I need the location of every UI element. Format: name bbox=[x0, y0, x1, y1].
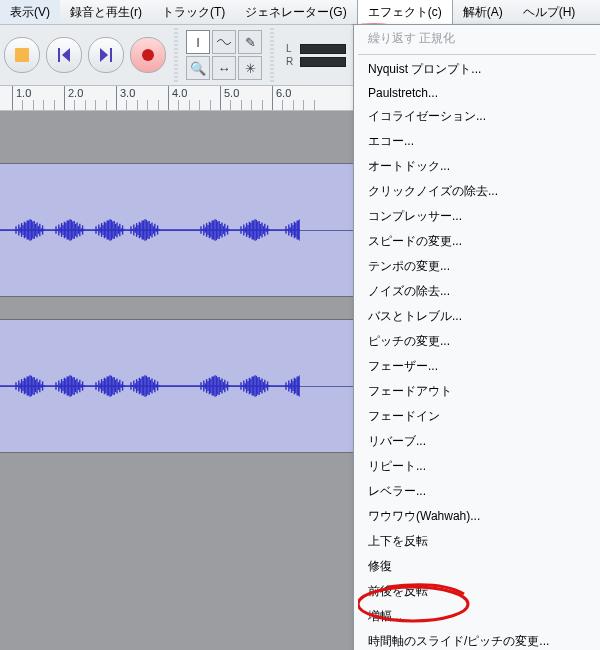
waveform-icon bbox=[0, 320, 300, 470]
timeshift-tool[interactable]: ↔ bbox=[212, 56, 236, 80]
svg-marker-3 bbox=[100, 48, 108, 62]
menu-generate[interactable]: ジェネレーター(G) bbox=[235, 0, 356, 24]
menu-item-label: バスとトレブル... bbox=[368, 309, 462, 323]
ruler-minor-tick bbox=[210, 100, 211, 110]
menu-item-label: オートドック... bbox=[368, 159, 450, 173]
svg-rect-0 bbox=[15, 48, 29, 62]
ruler-label: 2.0 bbox=[68, 87, 83, 99]
envelope-tool[interactable] bbox=[212, 30, 236, 54]
effect-menu-item[interactable]: フェードアウト bbox=[354, 379, 600, 404]
effect-menu-item[interactable]: ワウワウ(Wahwah)... bbox=[354, 504, 600, 529]
effect-menu-item[interactable]: ノイズの除去... bbox=[354, 279, 600, 304]
effect-menu-item[interactable]: 上下を反転 bbox=[354, 529, 600, 554]
menu-item-label: クリックノイズの除去... bbox=[368, 184, 498, 198]
ruler-minor-tick bbox=[126, 100, 127, 110]
ruler-minor-tick bbox=[178, 100, 179, 110]
menu-help[interactable]: ヘルプ(H) bbox=[513, 0, 586, 24]
menu-label: ジェネレーター(G) bbox=[245, 4, 346, 21]
skip-end-button[interactable] bbox=[88, 37, 124, 73]
menu-analyze[interactable]: 解析(A) bbox=[453, 0, 513, 24]
ruler-major-tick: 5.0 bbox=[220, 86, 221, 110]
ruler-minor-tick bbox=[74, 100, 75, 110]
menu-item-label: ワウワウ(Wahwah)... bbox=[368, 509, 480, 523]
stop-button[interactable] bbox=[4, 37, 40, 73]
effect-menu-item[interactable]: オートドック... bbox=[354, 154, 600, 179]
menu-item-label: フェードアウト bbox=[368, 384, 452, 398]
effect-menu-item[interactable]: 前後を反転 bbox=[354, 579, 600, 604]
ruler-minor-tick bbox=[199, 100, 200, 110]
ruler-major-tick: 4.0 bbox=[168, 86, 169, 110]
effect-menu-item[interactable]: フェーザー... bbox=[354, 354, 600, 379]
effect-menu-item[interactable]: クリックノイズの除去... bbox=[354, 179, 600, 204]
effect-menu-item[interactable]: テンポの変更... bbox=[354, 254, 600, 279]
ruler-label: 1.0 bbox=[16, 87, 31, 99]
effect-menu-item[interactable]: 増幅... bbox=[354, 604, 600, 629]
menu-item-label: リピート... bbox=[368, 459, 426, 473]
meter-r-label: R bbox=[286, 56, 296, 67]
zoom-tool[interactable]: 🔍 bbox=[186, 56, 210, 80]
menu-item-label: リバーブ... bbox=[368, 434, 426, 448]
menu-effect[interactable]: エフェクト(c) bbox=[357, 0, 453, 24]
ruler-label: 6.0 bbox=[276, 87, 291, 99]
menu-item-label: フェードイン bbox=[368, 409, 440, 423]
menu-item-label: ピッチの変更... bbox=[368, 334, 450, 348]
ruler-label: 4.0 bbox=[172, 87, 187, 99]
menubar: 表示(V) 録音と再生(r) トラック(T) ジェネレーター(G) エフェクト(… bbox=[0, 0, 600, 25]
tools-grid: I ✎ 🔍 ↔ ✳ bbox=[186, 30, 262, 80]
menu-item-label: Nyquist プロンプト... bbox=[368, 62, 481, 76]
ruler-minor-tick bbox=[137, 100, 138, 110]
effect-menu-item[interactable]: レベラー... bbox=[354, 479, 600, 504]
effect-menu-item[interactable]: リバーブ... bbox=[354, 429, 600, 454]
ruler-minor-tick bbox=[33, 100, 34, 110]
effect-menu-item[interactable]: Paulstretch... bbox=[354, 82, 600, 104]
meter-l-bar bbox=[300, 44, 346, 54]
meter-l-label: L bbox=[286, 43, 296, 54]
menu-item-label: レベラー... bbox=[368, 484, 426, 498]
ruler-minor-tick bbox=[106, 100, 107, 110]
ruler-minor-tick bbox=[293, 100, 294, 110]
effect-repeat-last-disabled: 繰り返す 正規化 bbox=[354, 25, 600, 52]
ruler-major-tick: 2.0 bbox=[64, 86, 65, 110]
effect-menu-item[interactable]: エコー... bbox=[354, 129, 600, 154]
output-meter: L R bbox=[282, 43, 346, 67]
effect-menu-item[interactable]: イコライゼーション... bbox=[354, 104, 600, 129]
record-button[interactable] bbox=[130, 37, 166, 73]
skip-start-button[interactable] bbox=[46, 37, 82, 73]
ruler-minor-tick bbox=[262, 100, 263, 110]
menu-item-label: イコライゼーション... bbox=[368, 109, 486, 123]
ruler-minor-tick bbox=[251, 100, 252, 110]
ruler-minor-tick bbox=[158, 100, 159, 110]
effect-menu-item[interactable]: フェードイン bbox=[354, 404, 600, 429]
effect-menu-item[interactable]: リピート... bbox=[354, 454, 600, 479]
ruler-minor-tick bbox=[22, 100, 23, 110]
menu-item-label: テンポの変更... bbox=[368, 259, 450, 273]
menu-tracks[interactable]: トラック(T) bbox=[152, 0, 235, 24]
effect-menu-item[interactable]: 修復 bbox=[354, 554, 600, 579]
menu-label: 解析(A) bbox=[463, 4, 503, 21]
ruler-minor-tick bbox=[147, 100, 148, 110]
menu-item-label: Paulstretch... bbox=[368, 86, 438, 100]
ruler-major-tick: 3.0 bbox=[116, 86, 117, 110]
effect-menu-dropdown: 繰り返す 正規化 Nyquist プロンプト...Paulstretch...イ… bbox=[353, 24, 600, 650]
ruler-minor-tick bbox=[241, 100, 242, 110]
ruler-minor-tick bbox=[189, 100, 190, 110]
effect-menu-item[interactable]: 時間軸のスライド/ピッチの変更... bbox=[354, 629, 600, 650]
ruler-minor-tick bbox=[95, 100, 96, 110]
ruler-minor-tick bbox=[54, 100, 55, 110]
effect-menu-item[interactable]: スピードの変更... bbox=[354, 229, 600, 254]
menu-view[interactable]: 表示(V) bbox=[0, 0, 60, 24]
effect-menu-item[interactable]: バスとトレブル... bbox=[354, 304, 600, 329]
multi-tool[interactable]: ✳ bbox=[238, 56, 262, 80]
menu-item-label: 上下を反転 bbox=[368, 534, 428, 548]
effect-menu-item[interactable]: Nyquist プロンプト... bbox=[354, 57, 600, 82]
menu-label: 録音と再生(r) bbox=[70, 4, 142, 21]
draw-tool[interactable]: ✎ bbox=[238, 30, 262, 54]
ruler-major-tick: 1.0 bbox=[12, 86, 13, 110]
svg-marker-2 bbox=[62, 48, 70, 62]
ibeam-tool[interactable]: I bbox=[186, 30, 210, 54]
effect-menu-item[interactable]: ピッチの変更... bbox=[354, 329, 600, 354]
menu-label: ヘルプ(H) bbox=[523, 4, 576, 21]
menu-record[interactable]: 録音と再生(r) bbox=[60, 0, 152, 24]
ruler-minor-tick bbox=[43, 100, 44, 110]
effect-menu-item[interactable]: コンプレッサー... bbox=[354, 204, 600, 229]
